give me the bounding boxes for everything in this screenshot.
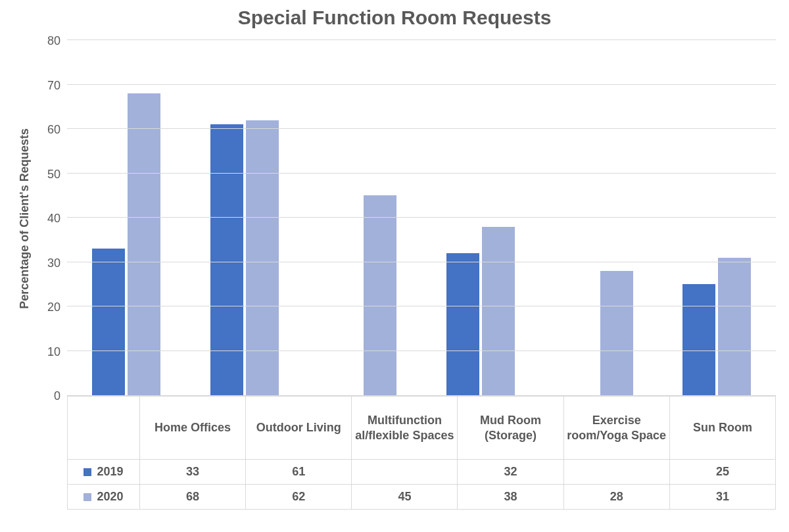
gridline: [67, 262, 776, 262]
y-tick-label: 10: [47, 345, 60, 358]
legend-label: 2020: [97, 490, 123, 503]
y-tick-label: 40: [47, 212, 60, 226]
gridline: [67, 217, 776, 218]
data-cell: 25: [669, 460, 775, 485]
bar-2020: [246, 120, 279, 396]
y-tick-label: 0: [54, 389, 60, 403]
y-axis-label-wrap: Percentage of Client's Requests: [13, 41, 36, 396]
bar-group: [658, 41, 776, 395]
y-axis-label: Percentage of Client's Requests: [18, 128, 32, 308]
bar-group: [67, 41, 185, 395]
legend-swatch-icon: [84, 468, 91, 476]
data-cell: 32: [458, 460, 563, 485]
chart-container: Special Function Room Requests Percentag…: [13, 7, 776, 510]
bar-2019: [210, 124, 243, 395]
y-tick-label: 20: [47, 301, 60, 314]
data-cell: 61: [246, 460, 352, 485]
gridline: [67, 351, 776, 351]
gridline: [67, 39, 776, 40]
category-row-header: [68, 397, 140, 460]
gridline: [67, 173, 776, 174]
category-label: Exercise room/Yoga Space: [563, 397, 669, 460]
chart-title: Special Function Room Requests: [13, 7, 776, 29]
y-tick-label: 30: [47, 256, 60, 270]
data-cell: [563, 460, 669, 485]
y-tick-label: 60: [47, 123, 60, 137]
gridline: [67, 306, 776, 306]
plot-row: Percentage of Client's Requests 01020304…: [13, 41, 776, 396]
data-cell: 38: [458, 485, 563, 510]
plot-area: [67, 41, 776, 396]
bar-2019: [446, 253, 479, 395]
bar-group: [421, 41, 540, 395]
category-row: Home OfficesOutdoor LivingMultifunction …: [68, 397, 776, 460]
category-label: Mud Room (Storage): [458, 397, 563, 460]
legend-swatch-icon: [84, 493, 91, 501]
y-tick-label: 80: [47, 34, 60, 48]
legend-label: 2019: [97, 465, 123, 478]
y-axis-ticks: 01020304050607080: [36, 41, 67, 396]
bar-2020: [364, 195, 396, 395]
data-cell: 33: [140, 460, 246, 485]
bar-group: [540, 41, 658, 395]
data-cell: [352, 460, 458, 485]
series-row-2019: 201933613225: [68, 460, 776, 485]
bar-2019: [682, 284, 715, 395]
gridline: [67, 128, 776, 129]
bar-2020: [718, 258, 751, 395]
y-tick-label: 50: [47, 167, 60, 181]
data-cell: 45: [352, 485, 458, 510]
data-cell: 68: [140, 485, 246, 510]
bar-2019: [92, 249, 125, 395]
gridline: [67, 84, 776, 85]
category-label: Multifunction al/flexible Spaces: [352, 397, 458, 460]
legend-item: 2019: [68, 460, 140, 485]
data-table: Home OfficesOutdoor LivingMultifunction …: [67, 396, 776, 510]
data-cell: 31: [669, 485, 775, 510]
category-label: Home Offices: [140, 397, 246, 460]
bar-group: [185, 41, 304, 395]
category-label: Outdoor Living: [246, 397, 352, 460]
data-cell: 62: [246, 485, 352, 510]
data-cell: 28: [563, 485, 669, 510]
bar-groups: [67, 41, 776, 395]
series-row-2020: 2020686245382831: [68, 485, 776, 510]
bar-2020: [600, 271, 633, 395]
category-label: Sun Room: [669, 397, 775, 460]
bar-group: [303, 41, 421, 395]
legend-item: 2020: [68, 485, 140, 510]
bar-2020: [482, 227, 515, 396]
y-tick-label: 70: [47, 78, 60, 92]
